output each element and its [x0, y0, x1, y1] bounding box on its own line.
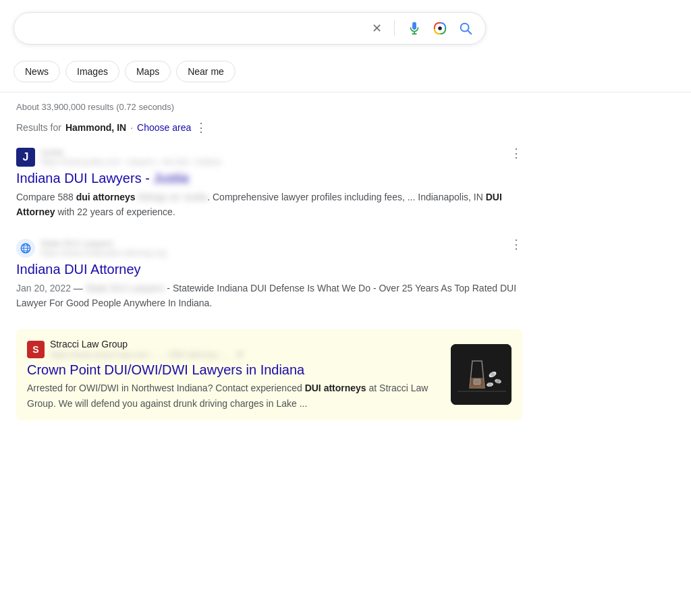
ad-favicon: S	[27, 341, 45, 358]
ad-title[interactable]: Crown Point DUI/OWI/DWI Lawyers in India…	[27, 362, 441, 378]
result-date-2: Jan 20, 2022	[16, 283, 71, 293]
favicon-2	[16, 239, 35, 258]
tab-maps[interactable]: Maps	[125, 61, 171, 82]
location-name: Hammond, IN	[65, 122, 126, 133]
ad-company-name: Stracci Law Group	[50, 339, 243, 349]
search-input[interactable]: dui attorney	[25, 22, 370, 34]
site-info-2: State DUI Lawyers https://www.indianadui…	[40, 238, 166, 258]
result-item-2: State DUI Lawyers https://www.indianadui…	[16, 238, 522, 310]
favicon-area-2: State DUI Lawyers https://www.indianadui…	[16, 238, 510, 258]
ad-content: S Stracci Law Group https://www.stracci …	[27, 339, 441, 410]
tab-near-me[interactable]: Near me	[176, 61, 236, 82]
ad-image	[451, 344, 512, 405]
favicon-1: J	[16, 148, 35, 167]
result-snippet-1: Compare 588 dui attorneys listings on Ju…	[16, 190, 522, 219]
mic-icon	[407, 21, 422, 36]
search-icons: ✕	[370, 20, 474, 37]
site-name-2: State DUI Lawyers	[40, 238, 166, 248]
ad-company-info: Stracci Law Group https://www.stracci la…	[50, 339, 243, 360]
result-more-2[interactable]: ⋮	[510, 238, 522, 250]
search-icon	[458, 21, 473, 36]
result-item-1: J Justia https://www.justia.com › lawyer…	[16, 147, 522, 219]
tab-news[interactable]: News	[13, 61, 60, 82]
result-title-blurred-1: Justia	[153, 171, 188, 186]
svg-rect-11	[474, 379, 480, 385]
filter-tabs: News Images Maps Near me	[0, 54, 691, 92]
ad-snippet: Arrested for OWI/DWI in Northwest Indian…	[27, 381, 441, 410]
search-divider	[394, 20, 395, 36]
clear-button[interactable]: ✕	[370, 20, 383, 37]
results-count: About 33,900,000 results (0.72 seconds)	[16, 102, 675, 112]
result-meta-2: State DUI Lawyers https://www.indianadui…	[16, 238, 522, 258]
favicon-area-1: J Justia https://www.justia.com › lawyer…	[16, 147, 510, 167]
site-name-1: Justia	[40, 147, 221, 157]
ad-result-stracci: S Stracci Law Group https://www.stracci …	[16, 329, 522, 420]
more-options-button[interactable]: ⋮	[195, 121, 207, 134]
lens-button[interactable]	[431, 20, 449, 37]
globe-icon	[20, 242, 32, 254]
result-snippet-2: Jan 20, 2022 — State DUI Lawyers - State…	[16, 281, 522, 310]
site-url-1: https://www.justia.com › lawyers › dui-d…	[40, 157, 221, 167]
results-area: About 33,900,000 results (0.72 seconds) …	[0, 92, 691, 445]
result-title-1[interactable]: Indiana DUI Lawyers - Justia	[16, 169, 522, 187]
ad-company-row: S Stracci Law Group https://www.stracci …	[27, 339, 441, 360]
ad-url: https://www.stracci law.com › ... › DWI …	[50, 349, 243, 360]
result-meta-1: J Justia https://www.justia.com › lawyer…	[16, 147, 522, 167]
results-location: Results for Hammond, IN · Choose area ⋮	[16, 121, 675, 134]
ad-image-svg	[451, 344, 512, 405]
choose-area-link[interactable]: Choose area	[137, 122, 191, 133]
search-bar: dui attorney ✕	[13, 12, 486, 45]
result-more-1[interactable]: ⋮	[510, 147, 522, 159]
results-for-label: Results for	[16, 122, 61, 133]
voice-search-button[interactable]	[406, 20, 423, 37]
site-info-1: Justia https://www.justia.com › lawyers …	[40, 147, 221, 167]
svg-line-3	[468, 30, 471, 34]
search-bar-container: dui attorney ✕	[0, 0, 691, 54]
search-button[interactable]	[457, 20, 474, 37]
svg-rect-9	[451, 344, 512, 405]
external-link-icon[interactable]: ↗	[236, 349, 243, 360]
location-separator: ·	[130, 122, 133, 133]
svg-point-1	[438, 26, 442, 30]
result-title-2[interactable]: Indiana DUI Attorney	[16, 260, 522, 278]
site-url-2: https://www.indianadui attorney.org	[40, 248, 166, 258]
tab-images[interactable]: Images	[65, 61, 119, 82]
lens-icon	[433, 21, 447, 36]
